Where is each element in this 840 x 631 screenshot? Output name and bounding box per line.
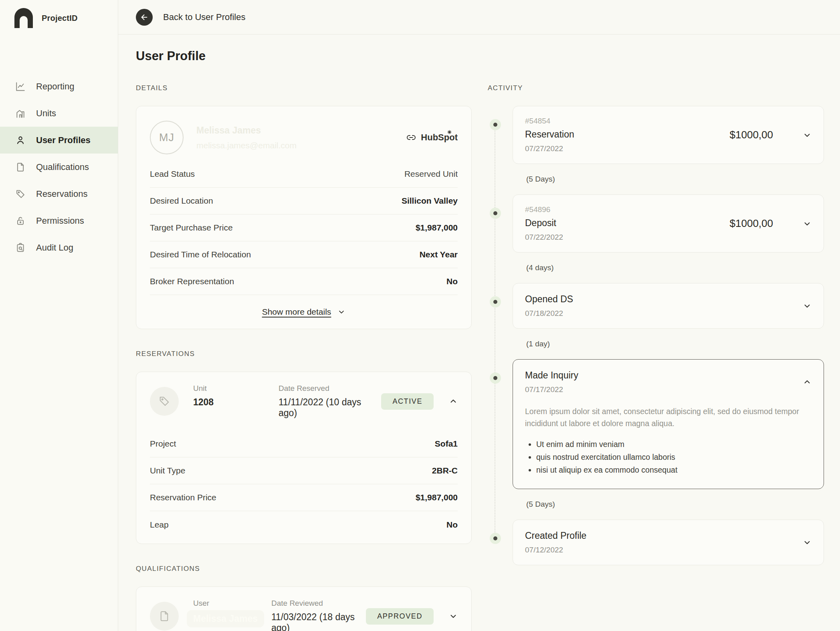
sidebar-item-reservations[interactable]: Reservations: [0, 180, 118, 207]
sidebar-item-label: Reservations: [36, 189, 87, 199]
activity-card-reservation[interactable]: #54854 Reservation 07/27/2022 $1000,00: [513, 106, 824, 164]
chevron-down-icon[interactable]: [803, 219, 812, 228]
sidebar-item-reporting[interactable]: Reporting: [0, 73, 118, 100]
date-reviewed-label: Date Reviewed: [271, 599, 366, 608]
detail-row-label: Target Purchase Price: [150, 223, 233, 233]
chevron-up-icon[interactable]: [803, 378, 812, 386]
building-icon: [15, 108, 26, 119]
hubspot-link[interactable]: HubSpot: [406, 132, 458, 143]
reservation-row-label: Leap: [150, 520, 169, 530]
activity-card-text: Made Inquiry 07/17/2022: [525, 370, 788, 394]
activity-card-text: Opened DS 07/18/2022: [525, 294, 788, 318]
user-name: Melissa James: [196, 125, 406, 136]
activity-bullet: nisi ut aliquip ex ea commodo consequat: [536, 465, 812, 475]
link-icon: [406, 133, 416, 142]
chevron-down-icon: [337, 308, 345, 316]
activity-bullet: Ut enim ad minim veniam: [536, 440, 812, 449]
qualification-card-header[interactable]: User Melissa James Date Reviewed 11/03/2…: [136, 587, 471, 631]
sidebar-item-user-profiles[interactable]: User Profiles: [0, 127, 118, 154]
reservations-section-label: RESERVATIONS: [136, 350, 472, 358]
reservation-row: Reservation Price $1,987,000: [150, 484, 458, 511]
activity-amount: $1000,00: [730, 129, 773, 141]
sidebar-nav: Reporting Units User Profiles Qualificat…: [0, 73, 118, 261]
activity-card-deposit[interactable]: #54896 Deposit 07/22/2022 $1000,00: [513, 194, 824, 253]
reservation-row-value: 2BR-C: [432, 466, 458, 475]
timeline-gap-label: (1 day): [513, 329, 824, 359]
unit-label: Unit: [193, 384, 279, 393]
sidebar-item-label: Reporting: [36, 81, 74, 92]
timeline-dot: [490, 372, 501, 384]
activity-ref: #54896: [525, 205, 730, 214]
unit-value: 1208: [193, 397, 279, 408]
qualification-user-value: Melissa James: [187, 610, 264, 627]
chevron-down-icon[interactable]: [803, 131, 812, 140]
activity-title: Reservation: [525, 129, 730, 140]
hubspot-sprocket-icon: [447, 129, 452, 135]
qualification-user: User Melissa James: [193, 599, 271, 631]
activity-bullet-list: Ut enim ad minim veniam quis nostrud exe…: [525, 440, 812, 475]
details-card: MJ Melissa James melissa.james@email.com…: [136, 106, 472, 329]
timeline-gap-label: (5 Days): [513, 489, 824, 520]
detail-row-label: Lead Status: [150, 169, 195, 179]
chevron-up-icon[interactable]: [449, 397, 458, 406]
left-column: User Profile DETAILS MJ Melissa James me…: [136, 34, 472, 631]
timeline-gap-label: (5 Days): [513, 164, 824, 194]
hubspot-link-label: HubSpot: [421, 132, 458, 143]
activity-date: 07/22/2022: [525, 233, 730, 242]
activity-date: 07/12/2022: [525, 546, 788, 554]
main-area: Back to User Profiles User Profile DETAI…: [118, 0, 840, 631]
timeline-dot: [490, 533, 501, 544]
chevron-down-icon[interactable]: [803, 301, 812, 310]
activity-title: Created Profile: [525, 530, 788, 541]
activity-body-text: Lorem ipsum dolor sit amet, consectetur …: [525, 405, 812, 429]
sidebar-item-qualifications[interactable]: Qualifications: [0, 154, 118, 180]
sidebar-item-audit-log[interactable]: Audit Log: [0, 234, 118, 261]
topbar: Back to User Profiles: [118, 0, 840, 34]
activity-card-header: #54854 Reservation 07/27/2022 $1000,00: [525, 117, 812, 153]
sidebar-item-units[interactable]: Units: [0, 100, 118, 127]
detail-row-value: Sillicon Valley: [402, 196, 458, 206]
activity-card-meta: [788, 301, 812, 310]
reservation-row: Unit Type 2BR-C: [150, 457, 458, 484]
detail-row-value: $1,987,000: [416, 223, 458, 233]
activity-card-header: Made Inquiry 07/17/2022: [525, 370, 812, 394]
show-more-details-button[interactable]: Show more details: [136, 295, 471, 329]
brand-name: ProjectID: [42, 14, 78, 23]
chevron-down-icon[interactable]: [803, 538, 812, 547]
sidebar-item-label: Units: [36, 108, 56, 119]
back-label[interactable]: Back to User Profiles: [163, 12, 245, 22]
activity-card-opened-ds[interactable]: Opened DS 07/18/2022: [513, 283, 824, 329]
detail-row: Lead Status Reserved Unit: [150, 161, 458, 188]
activity-title: Deposit: [525, 218, 730, 229]
details-rows: Lead Status Reserved Unit Desired Locati…: [136, 161, 471, 295]
sidebar-item-label: Qualifications: [36, 162, 89, 172]
activity-card-meta: $1000,00: [730, 129, 812, 141]
timeline-gap-label: (4 days): [513, 253, 824, 283]
detail-row-label: Desired Location: [150, 196, 213, 206]
detail-row: Desired Location Sillicon Valley: [150, 188, 458, 214]
date-reserved-label: Date Reserved: [279, 384, 381, 393]
user-label: User: [193, 599, 271, 608]
reservation-card: Unit 1208 Date Reserved 11/11/2022 (10 d…: [136, 372, 472, 544]
details-section-label: DETAILS: [136, 84, 472, 92]
reservation-card-header[interactable]: Unit 1208 Date Reserved 11/11/2022 (10 d…: [136, 372, 471, 431]
reservation-row-value: $1,987,000: [416, 493, 458, 502]
line-chart-icon: [15, 81, 26, 92]
qualification-summary: User Melissa James Date Reviewed 11/03/2…: [193, 599, 366, 631]
activity-card-made-inquiry[interactable]: Made Inquiry 07/17/2022 Lorem ipsum dolo…: [513, 359, 824, 489]
activity-card-header: #54896 Deposit 07/22/2022 $1000,00: [525, 205, 812, 242]
document-icon: [15, 162, 26, 172]
document-icon: [150, 602, 179, 631]
activity-card-created-profile[interactable]: Created Profile 07/12/2022: [513, 520, 824, 565]
activity-card-text: Created Profile 07/12/2022: [525, 530, 788, 554]
activity-card-meta: [788, 538, 812, 547]
status-badge-approved: APPROVED: [366, 608, 434, 625]
chevron-down-icon[interactable]: [449, 612, 458, 621]
activity-card-meta: $1000,00: [730, 217, 812, 230]
app-root: ProjectID Reporting Units User Profiles: [0, 0, 840, 631]
page-title: User Profile: [136, 49, 472, 63]
back-button[interactable]: [136, 9, 153, 26]
sidebar-item-permissions[interactable]: Permissions: [0, 207, 118, 234]
reservation-row-label: Reservation Price: [150, 493, 216, 502]
date-reserved-value: 11/11/2022 (10 days ago): [279, 397, 381, 419]
